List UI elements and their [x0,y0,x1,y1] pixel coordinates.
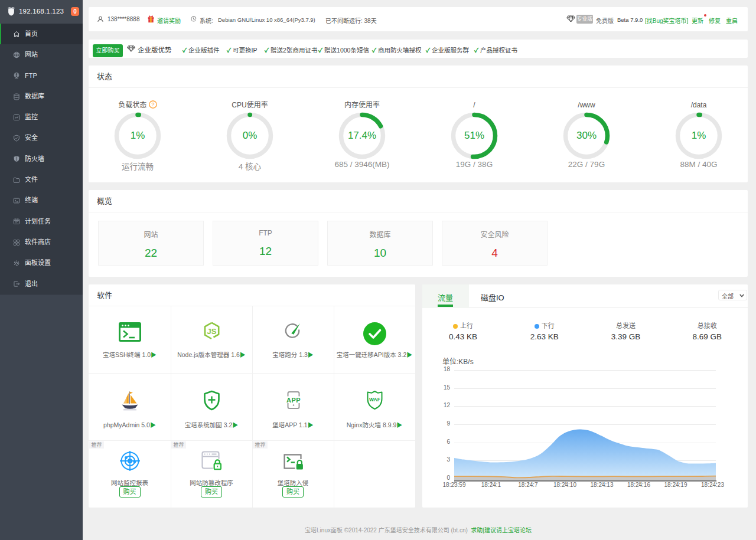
svg-text:?: ? [151,102,154,107]
svg-text:WAF: WAF [369,397,380,402]
svg-text:JS: JS [207,327,217,336]
svg-text:APP: APP [286,397,301,404]
